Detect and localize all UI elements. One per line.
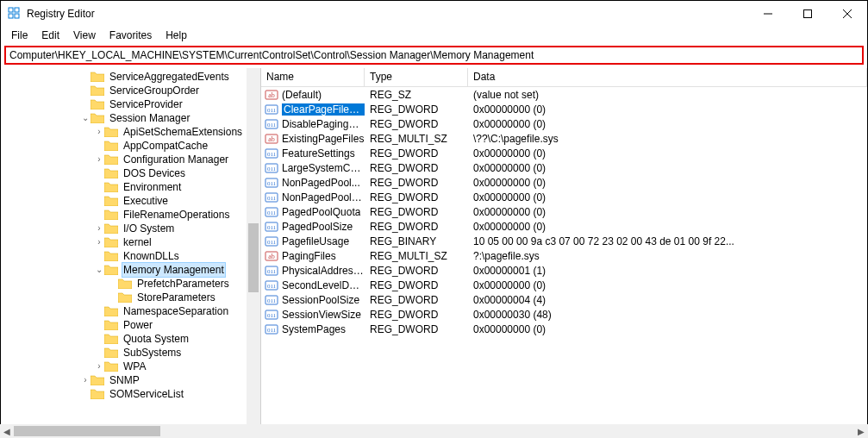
tree-item[interactable]: Executive	[1, 194, 260, 208]
tree-item[interactable]: ›kernel	[1, 235, 260, 249]
value-data: 0x00000000 (0)	[468, 103, 867, 116]
value-name: PagedPoolQuota	[282, 206, 360, 218]
tree-item[interactable]: ›WPA	[1, 360, 260, 373]
menu-file[interactable]: File	[4, 28, 34, 43]
list-row[interactable]: 011PagedPoolQuotaREG_DWORD0x00000000 (0)	[261, 204, 867, 219]
menubar: File Edit View Favorites Help	[1, 27, 867, 44]
tree-item[interactable]: ServiceGroupOrder	[1, 84, 260, 97]
svg-rect-3	[15, 14, 19, 18]
tree-item[interactable]: ›Configuration Manager	[1, 153, 260, 166]
tree-twisty-icon[interactable]: ›	[94, 360, 104, 373]
tree-item[interactable]: SOMServiceList	[1, 387, 260, 401]
list-row[interactable]: 011SecondLevelDat...REG_DWORD0x00000000 …	[261, 278, 867, 292]
menu-edit[interactable]: Edit	[34, 28, 66, 43]
tree-item[interactable]: Quota System	[1, 332, 260, 346]
tree-item[interactable]: FileRenameOperations	[1, 208, 260, 222]
menu-favorites[interactable]: Favorites	[103, 28, 159, 43]
tree-item[interactable]: ⌄Session Manager	[1, 111, 260, 125]
list-row[interactable]: 011SessionPoolSizeREG_DWORD0x00000004 (4…	[261, 292, 867, 307]
column-header-data[interactable]: Data	[468, 68, 867, 86]
tree-twisty-icon[interactable]: ›	[94, 235, 104, 249]
binary-value-icon: 011	[265, 161, 278, 175]
horizontal-scrollbar[interactable]: ◀ ▶	[0, 424, 868, 438]
folder-icon	[104, 264, 118, 276]
tree-item[interactable]: StoreParameters	[1, 291, 260, 304]
tree-item[interactable]: KnownDLLs	[1, 249, 260, 263]
value-name: DisablePagingEx...	[282, 118, 365, 130]
list-row[interactable]: ab(Default)REG_SZ(value not set)	[261, 87, 867, 102]
value-type: REG_DWORD	[365, 279, 468, 291]
tree-twisty-icon[interactable]: ›	[94, 222, 104, 235]
value-data: 10 05 00 00 9a c3 07 00 72 23 02 00 43 d…	[468, 235, 867, 247]
tree-twisty-icon[interactable]: ⌄	[80, 111, 91, 125]
binary-value-icon: 011	[265, 191, 278, 204]
tree-twisty-icon[interactable]: ⌄	[94, 263, 104, 277]
tree-item[interactable]: DOS Devices	[1, 166, 260, 180]
tree-scroll-thumb[interactable]	[248, 223, 259, 292]
list-row[interactable]: abExistingPageFilesREG_MULTI_SZ\??\C:\pa…	[261, 131, 867, 146]
list-row[interactable]: 011SystemPagesREG_DWORD0x00000000 (0)	[261, 322, 867, 336]
minimize-button[interactable]	[748, 1, 788, 27]
tree-item[interactable]: NamespaceSeparation	[1, 304, 260, 318]
menu-help[interactable]: Help	[159, 28, 194, 43]
titlebar: Registry Editor	[1, 1, 867, 27]
tree-item[interactable]: Environment	[1, 180, 260, 194]
maximize-button[interactable]	[788, 1, 827, 27]
tree-scrollbar[interactable]	[247, 68, 260, 425]
scroll-left-icon[interactable]: ◀	[0, 424, 14, 438]
list-row[interactable]: 011NonPagedPoolS...REG_DWORD0x00000000 (…	[261, 190, 867, 204]
list-row[interactable]: 011DisablePagingEx...REG_DWORD0x00000000…	[261, 116, 867, 131]
column-header-name[interactable]: Name	[261, 68, 365, 86]
tree-item[interactable]: PrefetchParameters	[1, 277, 260, 291]
value-name: (Default)	[282, 89, 322, 101]
list-row[interactable]: 011FeatureSettingsREG_DWORD0x00000000 (0…	[261, 146, 867, 160]
svg-text:ab: ab	[268, 91, 275, 99]
tree-item-label: KnownDLLs	[122, 249, 181, 263]
list-row[interactable]: abPagingFilesREG_MULTI_SZ?:\pagefile.sys	[261, 248, 867, 263]
tree-item[interactable]: ›ApiSetSchemaExtensions	[1, 125, 260, 139]
tree-item[interactable]: ›I/O System	[1, 222, 260, 235]
scroll-right-icon[interactable]: ▶	[854, 424, 868, 438]
tree-item[interactable]: SubSystems	[1, 346, 260, 360]
value-name: ExistingPageFiles	[282, 133, 364, 145]
list-row[interactable]: 011PagefileUsageREG_BINARY10 05 00 00 9a…	[261, 234, 867, 248]
folder-icon	[104, 167, 118, 179]
list-panel: Name Type Data ab(Default)REG_SZ(value n…	[261, 68, 867, 425]
folder-icon	[104, 333, 118, 345]
value-type: REG_SZ	[365, 89, 468, 101]
tree-item[interactable]: ServiceAggregatedEvents	[1, 70, 260, 84]
tree-item[interactable]: ›SNMP	[1, 373, 260, 387]
tree-item-label: NamespaceSeparation	[122, 304, 230, 318]
close-button[interactable]	[827, 1, 867, 27]
value-name: SecondLevelDat...	[282, 279, 365, 291]
tree-twisty-icon[interactable]: ›	[80, 373, 91, 387]
svg-text:011: 011	[267, 166, 277, 172]
tree-item[interactable]: AppCompatCache	[1, 139, 260, 153]
menu-view[interactable]: View	[66, 28, 103, 43]
tree-twisty-icon[interactable]: ›	[94, 153, 104, 166]
list-row[interactable]: 011SessionViewSizeREG_DWORD0x00000030 (4…	[261, 307, 867, 322]
binary-value-icon: 011	[265, 293, 278, 307]
svg-text:011: 011	[267, 210, 277, 216]
tree-item[interactable]: Power	[1, 318, 260, 332]
value-type: REG_DWORD	[365, 323, 468, 335]
list-row[interactable]: 011LargeSystemCac...REG_DWORD0x00000000 …	[261, 160, 867, 175]
scroll-thumb[interactable]	[14, 426, 160, 436]
column-header-type[interactable]: Type	[365, 68, 468, 86]
tree-item-label: WPA	[122, 360, 147, 373]
list-row[interactable]: 011PhysicalAddress...REG_DWORD0x00000001…	[261, 263, 867, 278]
value-type: REG_DWORD	[365, 177, 468, 189]
value-data: 0x00000000 (0)	[468, 118, 867, 130]
tree-item-label: Session Manager	[108, 111, 191, 125]
svg-rect-2	[9, 14, 13, 18]
binary-value-icon: 011	[265, 147, 278, 160]
address-bar[interactable]: Computer\HKEY_LOCAL_MACHINE\SYSTEM\Curre…	[4, 46, 864, 65]
list-row[interactable]: 011ClearPageFileAt...REG_DWORD0x00000000…	[261, 102, 867, 116]
list-row[interactable]: 011PagedPoolSizeREG_DWORD0x00000000 (0)	[261, 219, 867, 234]
list-row[interactable]: 011NonPagedPool...REG_DWORD0x00000000 (0…	[261, 175, 867, 190]
value-data: 0x00000001 (1)	[468, 265, 867, 277]
tree-twisty-icon[interactable]: ›	[94, 125, 104, 139]
tree-item[interactable]: ServiceProvider	[1, 97, 260, 111]
binary-value-icon: 011	[265, 205, 278, 219]
tree-item[interactable]: ⌄Memory Management	[1, 263, 260, 277]
